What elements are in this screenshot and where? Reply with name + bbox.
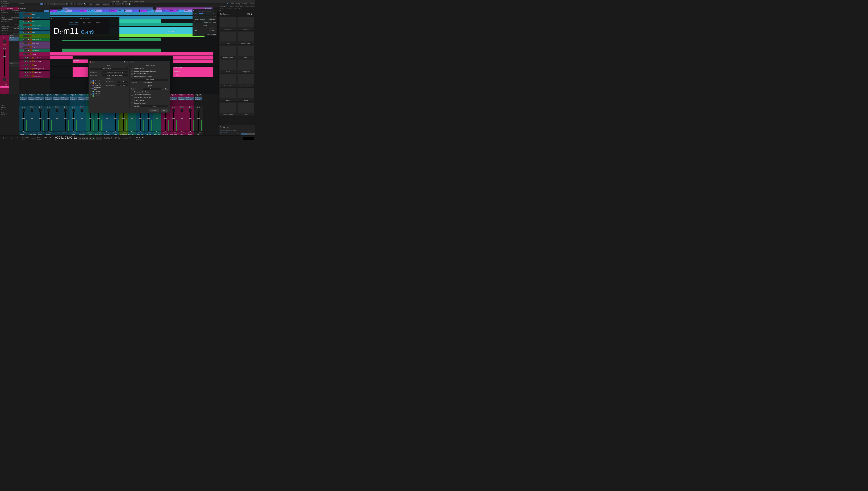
solo-button[interactable]: S	[27, 60, 29, 62]
mixer-channel[interactable]: Input L+RMain Pro EQCompressor -1.2 -C- …	[28, 94, 36, 135]
output-select[interactable]: Main	[143, 88, 161, 90]
track-header[interactable]: 16MS●○Organ Pad	[20, 45, 50, 49]
erase-tool-icon[interactable]: ◌	[53, 3, 56, 5]
plugin-pedalboard[interactable]: Pedalboard	[219, 17, 237, 30]
solo-button[interactable]: S	[27, 57, 29, 59]
pan-knob[interactable]	[72, 109, 75, 112]
tab-chord-track[interactable]: Chord Track	[69, 22, 78, 25]
track-header[interactable]: 22MS●○Backing low	[20, 70, 50, 74]
mute-button[interactable]: M	[23, 42, 25, 44]
mixer-channel[interactable]: Mojito 2Main Pro EQCompressor -1.2 -C- M…	[53, 94, 61, 135]
record-arm-button[interactable]: ●	[27, 20, 29, 22]
track-name[interactable]: Game Girl	[32, 50, 38, 51]
track-header[interactable]: MS●○Vocals	[20, 52, 50, 56]
mixer-channel[interactable]: Input L+RMain Pro EQCompressor -1.2 -C- …	[70, 94, 78, 135]
insert-slot[interactable]: Pro EQ	[53, 97, 61, 99]
time-seconds[interactable]: 00:01:07.150	[37, 136, 52, 139]
rewind-button[interactable]: ⏮	[78, 137, 81, 140]
channel-name[interactable]: Organ Pad	[144, 134, 153, 135]
insert-slot[interactable]: Compressor	[61, 99, 69, 100]
solo-button[interactable]: S	[25, 46, 27, 48]
inspector-value[interactable]: 0.00 ms	[14, 23, 19, 25]
clip[interactable]: Backing low	[173, 70, 213, 74]
record-arm-button[interactable]: ●	[27, 42, 29, 44]
inspector-value[interactable]: Off	[17, 26, 19, 27]
mixer-view-banks[interactable]: Banks	[1, 114, 8, 116]
track-name[interactable]: Hook Vocal	[34, 61, 41, 62]
monitor-button[interactable]: ○	[32, 68, 34, 70]
nav-show[interactable]: Show	[250, 3, 254, 5]
browser-breadcrumb[interactable]: Effects ›	[219, 9, 255, 12]
solo-button[interactable]: S	[74, 107, 75, 108]
channel-name[interactable]	[53, 134, 61, 135]
plugin-revelator-fx[interactable]: Revelator FX	[219, 74, 237, 87]
channel-fader[interactable]	[153, 112, 161, 131]
tab-input-chord[interactable]: Input Chord	[83, 22, 91, 25]
monitor-button[interactable]: ○	[30, 38, 32, 40]
action-btn-5[interactable]: 🔍	[83, 3, 86, 5]
mixer-view-inputs[interactable]: Inputs	[1, 104, 8, 106]
channel-name[interactable]: Bollywood Vox	[128, 134, 136, 135]
record-button[interactable]: ●	[96, 137, 99, 140]
insert-slot[interactable]: Compressor	[36, 99, 44, 100]
channel-name[interactable]: House Bass	[78, 134, 86, 135]
channel-name[interactable]: Drum Fill	[45, 134, 53, 135]
settings-icon[interactable]: ⚙	[11, 137, 12, 139]
monitor-button[interactable]: ○	[32, 57, 34, 59]
browser-tab-pool[interactable]: Pool	[254, 5, 255, 7]
solo-button[interactable]: S	[25, 53, 27, 55]
close-icon[interactable]	[89, 61, 91, 63]
channel-name[interactable]: Game Girl	[153, 134, 161, 135]
channel-name[interactable]: Crushed Perc	[20, 134, 28, 135]
snap-select[interactable]: Adaptive	[102, 3, 110, 6]
option-check[interactable]	[131, 91, 133, 93]
nav-start[interactable]: Start	[230, 3, 234, 5]
clip[interactable]	[73, 70, 88, 74]
param-display-select[interactable]: Display: Off	[11, 32, 19, 34]
solo-button[interactable]: S	[57, 107, 59, 108]
cancel-button[interactable]: Cancel	[149, 109, 159, 112]
close-icon[interactable]: ⊗	[193, 10, 194, 11]
arrow-tool-icon[interactable]: ▲	[40, 3, 44, 5]
channel-fader[interactable]	[94, 112, 103, 131]
pan-knob[interactable]	[47, 109, 50, 112]
record-arm-button[interactable]: ●	[27, 35, 29, 37]
menu-control[interactable]: Control	[19, 3, 24, 5]
pan-knob[interactable]	[197, 109, 200, 112]
solo-button[interactable]: S	[82, 107, 84, 108]
format-check[interactable]	[90, 95, 92, 97]
mute-button[interactable]: M	[80, 107, 82, 108]
insert-slot[interactable]: Compressor	[70, 99, 77, 100]
export-publishing[interactable]: Upload to PreSonus Sphere	[102, 74, 128, 77]
channel-fader[interactable]	[36, 112, 44, 131]
record-arm-button[interactable]: ●	[29, 68, 31, 70]
range-radio[interactable]	[131, 68, 133, 69]
insert-slot[interactable]: Pro EQ	[186, 97, 194, 99]
plugin-pro-eq[interactable]: Pro EQ	[237, 45, 254, 59]
time-bars[interactable]: 00041.03.02.12	[55, 136, 77, 139]
channel-fader[interactable]	[186, 112, 194, 131]
pan-knob[interactable]	[31, 109, 33, 112]
solo-button[interactable]: S	[25, 28, 27, 30]
option-check[interactable]	[131, 99, 133, 101]
mono-check[interactable]	[162, 88, 163, 90]
track-header[interactable]: 15MS●○Glitch Flute	[20, 41, 50, 45]
channel-name[interactable]: Echo	[178, 134, 186, 135]
sort-vendor[interactable]: Vendor	[233, 7, 237, 9]
track-header[interactable]: 20MS●○Echo	[20, 63, 50, 67]
track-name[interactable]: Organ Pad	[32, 46, 39, 48]
insert-slot[interactable]: Pro EQ	[195, 97, 202, 99]
follow-chord-button[interactable]: Follow	[44, 10, 49, 12]
channel-name[interactable]: Bongos	[36, 134, 44, 135]
tempo-field[interactable]: 145.00	[136, 136, 144, 139]
clip[interactable]	[173, 56, 213, 59]
insert-slot[interactable]: Pro EQ	[78, 97, 86, 99]
track-header[interactable]: 21MS●○Backing normal	[20, 67, 50, 70]
export-path[interactable]: /Volumes/Data	[90, 68, 124, 70]
performance-monitor[interactable]: ⊗Performance Monitor CPU18 % Disc3 % Dro…	[192, 9, 217, 36]
pan-knob[interactable]	[81, 109, 83, 112]
solo-button[interactable]: S	[32, 107, 34, 108]
track-header[interactable]: 23MS●○Backing stereo	[20, 74, 50, 78]
clip[interactable]	[73, 67, 88, 70]
mute-button[interactable]: M	[23, 35, 25, 37]
